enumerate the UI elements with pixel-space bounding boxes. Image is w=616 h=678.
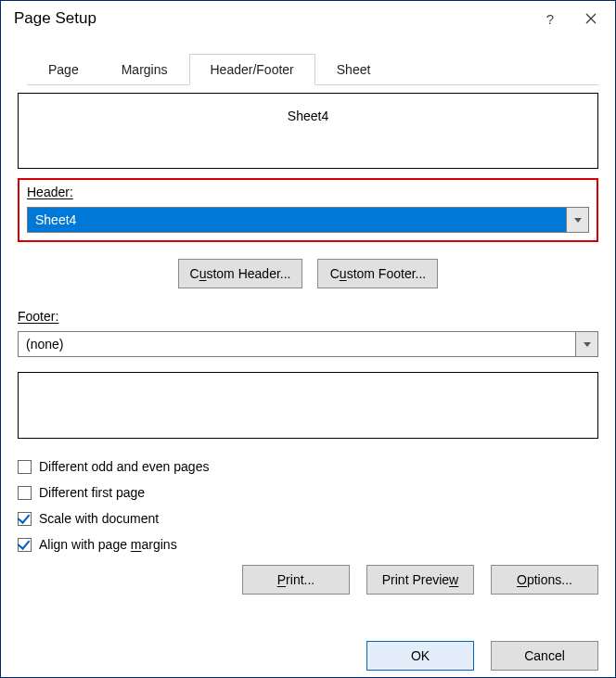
check-scale-label: Scale with document [39,511,159,526]
check-diff-first[interactable]: Different first page [18,485,598,500]
header-label: Header: [27,185,589,199]
header-combo-button[interactable] [566,208,588,232]
dialog-title: Page Setup [14,9,530,28]
cancel-button[interactable]: Cancel [491,641,598,671]
check-scale[interactable]: Scale with document [18,511,598,526]
custom-footer-button[interactable]: Custom Footer... [317,259,438,288]
tab-page[interactable]: Page [27,54,100,85]
checkbox-icon [18,538,32,552]
check-align-margins[interactable]: Align with page margins [18,537,598,552]
titlebar: Page Setup ? [1,1,615,36]
footer-combo-button[interactable] [575,332,597,356]
check-diff-odd-even[interactable]: Different odd and even pages [18,459,598,474]
ok-button[interactable]: OK [366,641,474,671]
print-preview-button[interactable]: Print Preview [366,565,474,595]
custom-header-button[interactable]: Custom Header... [178,259,303,288]
options-button[interactable]: Options... [491,565,598,595]
header-combo-value: Sheet4 [28,208,566,232]
checkbox-icon [18,512,32,526]
checkbox-icon [18,460,32,474]
header-preview-text: Sheet4 [288,109,328,123]
checkbox-icon [18,486,32,500]
dialog-body: Page Margins Header/Footer Sheet Sheet4 … [1,36,615,678]
check-align-margins-label: Align with page margins [39,537,177,552]
check-diff-first-label: Different first page [39,485,145,500]
print-buttons-row: Print... Print Preview Options... [18,565,598,595]
footer-combo-value: (none) [19,332,575,356]
header-combo[interactable]: Sheet4 [27,207,589,233]
check-diff-odd-even-label: Different odd and even pages [39,459,209,474]
tab-header-footer[interactable]: Header/Footer [189,54,315,85]
tab-margins[interactable]: Margins [100,54,189,85]
print-button[interactable]: Print... [242,565,350,595]
header-preview-box: Sheet4 [18,93,598,169]
footer-preview-box [18,372,598,439]
footer-combo[interactable]: (none) [18,331,598,357]
close-button[interactable] [571,5,611,32]
footer-label: Footer: [18,309,598,324]
help-button[interactable]: ? [530,5,571,32]
tab-bar: Page Margins Header/Footer Sheet [27,53,598,85]
dialog-actions: OK Cancel [18,641,598,671]
tab-sheet[interactable]: Sheet [315,54,392,85]
close-icon [585,13,597,24]
chevron-down-icon [574,218,582,223]
custom-buttons-row: Custom Header... Custom Footer... [18,259,598,288]
chevron-down-icon [584,342,591,347]
checkbox-list: Different odd and even pages Different f… [18,459,598,552]
help-icon: ? [546,11,554,27]
dialog-window: Page Setup ? Page Margins Header/Footer … [0,0,616,678]
header-section-highlight: Header: Sheet4 [18,178,598,242]
